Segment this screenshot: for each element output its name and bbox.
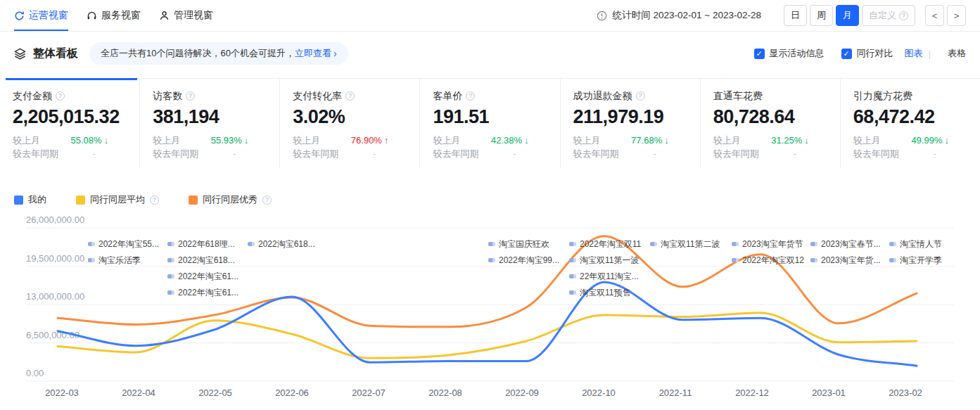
legend-peer-best[interactable]: 同行同层优秀 [189, 193, 272, 206]
kpi-value: 211,979.19 [573, 105, 687, 128]
show-activity-checkbox[interactable]: 显示活动信息 [754, 47, 825, 60]
activity-marker-icon [569, 258, 576, 262]
activity-marker-icon [889, 242, 896, 246]
prev-period-button[interactable]: < [925, 5, 944, 26]
kpi-label: 支付金额 [13, 89, 52, 102]
activity-annotation[interactable]: 淘宝情人节 [889, 238, 942, 250]
refresh-circle-icon [14, 11, 25, 21]
kpi-card-visitors[interactable]: 访客数 381,194 较上月 55.93% 较去年同期 - [140, 79, 280, 169]
range-custom-button[interactable]: 自定义 [862, 5, 915, 26]
range-day-button[interactable]: 日 [784, 5, 807, 26]
kpi-label: 客单价 [433, 89, 462, 102]
activity-annotation[interactable]: 2022年618理... [167, 238, 235, 250]
kpi-card-payment-amount[interactable]: 支付金额 2,205,015.32 较上月 55.08% 较去年同期 - [0, 79, 140, 169]
kpi-mom-row: 较上月 31.25% [713, 135, 827, 146]
activity-annotation-label: 2023淘宝年货节 [742, 238, 803, 250]
activity-annotation-label: 2023淘宝春节... [821, 238, 881, 250]
legend-label: 同行同层平均 [90, 193, 145, 206]
kpi-yoy-label: 较去年同期 [713, 148, 759, 160]
activity-annotation-label: 2022年淘宝55... [98, 238, 159, 250]
range-month-button[interactable]: 月 [836, 5, 859, 26]
kpi-yoy-label: 较去年同期 [853, 148, 899, 160]
y-tick-label: 13,000,000.00 [26, 291, 84, 302]
checkbox-label: 显示活动信息 [770, 47, 825, 60]
kpi-yoy-value: - [373, 148, 407, 160]
kpi-yoy-row: 较去年同期 - [13, 148, 127, 160]
kpi-mom-value: 55.93% [211, 135, 267, 146]
activity-annotation[interactable]: 2022年淘宝61... [167, 287, 238, 298]
table-view-toggle[interactable]: 表格 [948, 47, 966, 60]
peer-compare-checkbox[interactable]: 同行对比 [841, 47, 893, 60]
kpi-yoy-row: 较去年同期 - [153, 148, 267, 160]
chart-view-toggle[interactable]: 图表 [905, 47, 923, 60]
activity-annotation[interactable]: 淘宝开学季 [889, 255, 942, 266]
activity-annotation[interactable]: 淘宝双11第一波 [569, 255, 639, 266]
kpi-card-conversion-rate[interactable]: 支付转化率 3.02% 较上月 76.90% 较去年同期 - [280, 79, 420, 169]
kpi-card-refund-amount[interactable]: 成功退款金额 211,979.19 较上月 77.68% 较去年同期 - [561, 79, 701, 169]
activity-annotation[interactable]: 淘宝双11第二波 [650, 238, 720, 250]
tab-operation-view[interactable]: 运营视窗 [14, 0, 68, 31]
y-tick-label: 26,000,000.00 [26, 214, 84, 225]
activity-marker-icon [167, 258, 174, 262]
tab-service-view[interactable]: 服务视窗 [87, 0, 141, 31]
activity-marker-icon [167, 242, 174, 246]
activity-annotation[interactable]: 淘宝乐活季 [88, 255, 141, 266]
kpi-label: 直通车花费 [713, 89, 763, 102]
activity-marker-icon [889, 258, 896, 262]
x-tick-label: 2022-10 [582, 387, 616, 398]
activity-annotation[interactable]: 2022淘宝618... [167, 255, 235, 266]
kpi-label-row: 引力魔方花费 [853, 89, 967, 102]
tab-management-view[interactable]: 管理视窗 [159, 0, 213, 31]
activity-annotation[interactable]: 2023淘宝春节... [810, 238, 881, 250]
kpi-yoy-row: 较去年同期 - [433, 148, 547, 160]
activity-annotation-label: 淘宝双11第一波 [580, 255, 639, 267]
legend-label: 我的 [28, 193, 46, 206]
kpi-mom-label: 较上月 [293, 135, 320, 146]
activity-annotation[interactable]: 2023淘宝年货... [810, 255, 881, 266]
kpi-mom-row: 较上月 55.93% [153, 135, 267, 146]
activity-annotation[interactable]: 2022年淘宝双11 [569, 238, 641, 250]
activity-annotation-label: 2022年淘宝61... [178, 287, 238, 299]
kpi-mom-row: 较上月 77.68% [573, 135, 687, 146]
kpi-card-yinlimofang-spend[interactable]: 引力魔方花费 68,472.42 较上月 49.99% 较去年同期 - [841, 79, 980, 169]
x-tick-label: 2022-03 [45, 387, 79, 398]
kpi-mom-label: 较上月 [573, 135, 601, 146]
next-period-button[interactable]: > [947, 5, 966, 26]
activity-annotation-label: 淘宝乐活季 [98, 255, 141, 267]
range-week-button[interactable]: 周 [810, 5, 833, 26]
view-now-link[interactable]: 立即查看 [295, 47, 331, 60]
kpi-yoy-value: - [934, 148, 967, 160]
help-icon [186, 91, 195, 101]
x-tick-label: 2022-08 [428, 387, 462, 398]
activity-annotation[interactable]: 2022年淘宝双12 [732, 255, 804, 266]
activity-annotation-label: 2022年淘宝双12 [742, 255, 804, 267]
kpi-card-avg-order-value[interactable]: 客单价 191.51 较上月 42.38% 较去年同期 - [420, 79, 560, 169]
activity-annotation[interactable]: 淘宝双11预售 [569, 287, 630, 298]
view-tabs: 运营视窗 服务视窗 管理视窗 [14, 0, 231, 31]
activity-marker-icon [569, 290, 576, 295]
activity-annotation[interactable]: 2023淘宝年货节 [732, 238, 803, 250]
activity-annotation[interactable]: 2022年淘宝55... [88, 238, 159, 250]
headset-icon [87, 11, 97, 21]
activity-annotation[interactable]: 淘宝国庆狂欢 [488, 238, 549, 250]
kpi-yoy-row: 较去年同期 - [713, 148, 827, 160]
tab-label: 运营视窗 [29, 9, 68, 22]
divider: | [929, 49, 931, 59]
activity-annotation[interactable]: 2022年淘宝61... [167, 271, 238, 282]
x-tick-label: 2022-05 [198, 387, 232, 398]
legend-peer-average[interactable]: 同行同层平均 [76, 193, 159, 206]
x-tick-label: 2022-04 [122, 387, 155, 398]
activity-marker-icon [488, 258, 495, 262]
activity-annotation-label: 2022年淘宝99... [499, 255, 559, 267]
activity-annotation[interactable]: 22年双11淘宝... [569, 271, 639, 282]
legend-mine[interactable]: 我的 [14, 193, 46, 206]
kpi-card-zhitongche-spend[interactable]: 直通车花费 80,728.64 较上月 31.25% 较去年同期 - [701, 79, 841, 169]
x-tick-label: 2022-09 [505, 387, 539, 398]
activity-annotation[interactable]: 2022年淘宝99... [488, 255, 559, 266]
y-tick-label: 0.00 [26, 368, 44, 378]
kpi-value: 191.51 [433, 105, 547, 128]
x-tick-label: 2023-01 [812, 387, 846, 398]
help-icon [150, 196, 159, 205]
kpi-label: 引力魔方花费 [853, 89, 912, 102]
activity-annotation[interactable]: 2022淘宝618... [248, 238, 315, 250]
